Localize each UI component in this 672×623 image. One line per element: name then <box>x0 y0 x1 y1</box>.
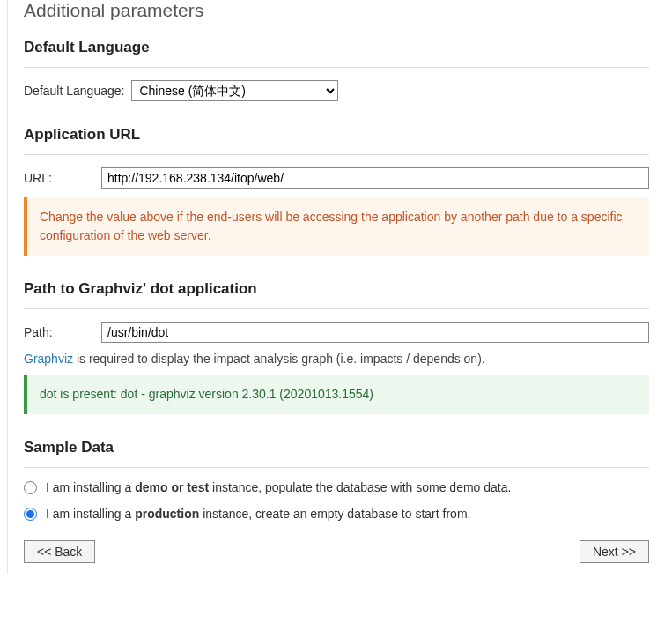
radio-production-label: I am installing a production instance, c… <box>46 507 470 521</box>
graphviz-help-rest: is required to display the impact analys… <box>73 352 485 366</box>
graphviz-path-label: Path: <box>24 325 94 339</box>
default-language-select[interactable]: Chinese (简体中文) <box>131 80 338 101</box>
section-heading-default-language: Default Language <box>24 39 649 56</box>
radio-production[interactable] <box>24 508 37 521</box>
next-button[interactable]: Next >> <box>580 540 649 563</box>
divider <box>24 154 649 155</box>
page-title: Additional parameters <box>24 0 649 21</box>
radio-demo-label: I am installing a demo or test instance,… <box>46 480 511 494</box>
sample-data-option-demo[interactable]: I am installing a demo or test instance,… <box>24 480 649 494</box>
divider <box>24 67 649 68</box>
app-url-input[interactable] <box>101 167 649 189</box>
graphviz-path-input[interactable] <box>101 322 649 343</box>
graphviz-link[interactable]: Graphviz <box>24 352 73 366</box>
divider <box>24 467 649 468</box>
sample-data-option-production[interactable]: I am installing a production instance, c… <box>24 507 649 521</box>
radio-demo[interactable] <box>24 481 37 494</box>
section-heading-app-url: Application URL <box>24 126 649 144</box>
app-url-warning: Change the value above if the end-users … <box>24 197 649 256</box>
graphviz-help-text: Graphviz is required to display the impa… <box>24 352 649 366</box>
default-language-label: Default Language: <box>24 84 124 98</box>
app-url-label: URL: <box>24 171 94 185</box>
section-heading-sample-data: Sample Data <box>24 439 649 456</box>
back-button[interactable]: << Back <box>24 540 95 563</box>
graphviz-success: dot is present: dot - graphviz version 2… <box>24 375 649 414</box>
divider <box>24 308 649 309</box>
section-heading-graphviz: Path to Graphviz' dot application <box>24 280 649 298</box>
